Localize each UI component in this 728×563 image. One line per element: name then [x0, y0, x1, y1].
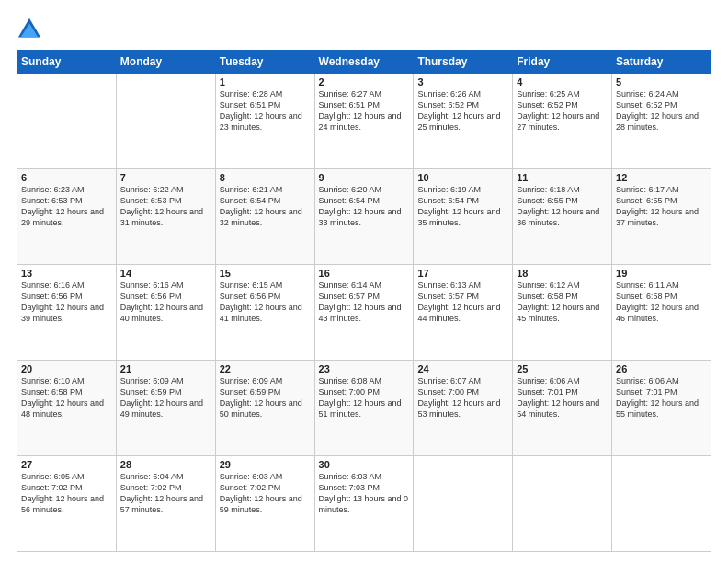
day-info: Sunrise: 6:24 AMSunset: 6:52 PMDaylight:… — [616, 89, 699, 132]
day-number: 24 — [417, 363, 508, 374]
calendar-week-1: 1Sunrise: 6:28 AMSunset: 6:51 PMDaylight… — [17, 74, 711, 169]
calendar-cell: 7Sunrise: 6:22 AMSunset: 6:53 PMDaylight… — [116, 169, 215, 265]
calendar-cell: 24Sunrise: 6:07 AMSunset: 7:00 PMDayligh… — [414, 361, 513, 456]
day-number: 3 — [417, 76, 508, 87]
calendar-cell: 30Sunrise: 6:03 AMSunset: 7:03 PMDayligh… — [314, 456, 414, 552]
calendar-cell: 8Sunrise: 6:21 AMSunset: 6:54 PMDaylight… — [215, 169, 314, 265]
day-info: Sunrise: 6:16 AMSunset: 6:56 PMDaylight:… — [21, 281, 104, 323]
day-number: 14 — [120, 268, 211, 279]
day-number: 11 — [517, 172, 608, 183]
day-info: Sunrise: 6:03 AMSunset: 7:02 PMDaylight:… — [220, 472, 302, 514]
day-header-thursday: Thursday — [414, 51, 513, 74]
day-info: Sunrise: 6:07 AMSunset: 7:00 PMDaylight:… — [417, 376, 500, 419]
day-header-wednesday: Wednesday — [314, 51, 414, 74]
day-number: 1 — [220, 76, 311, 87]
day-header-friday: Friday — [513, 51, 612, 74]
day-info: Sunrise: 6:11 AMSunset: 6:58 PMDaylight:… — [616, 281, 699, 323]
logo-icon — [17, 17, 42, 42]
day-number: 23 — [319, 363, 410, 374]
day-number: 13 — [21, 268, 112, 279]
day-info: Sunrise: 6:04 AMSunset: 7:02 PMDaylight:… — [120, 472, 203, 514]
day-info: Sunrise: 6:16 AMSunset: 6:56 PMDaylight:… — [120, 281, 203, 323]
day-info: Sunrise: 6:13 AMSunset: 6:57 PMDaylight:… — [417, 281, 500, 323]
day-info: Sunrise: 6:09 AMSunset: 6:59 PMDaylight:… — [120, 376, 203, 419]
day-info: Sunrise: 6:06 AMSunset: 7:01 PMDaylight:… — [517, 376, 599, 419]
day-number: 10 — [417, 172, 508, 183]
calendar-cell: 11Sunrise: 6:18 AMSunset: 6:55 PMDayligh… — [513, 169, 612, 265]
day-number: 16 — [319, 268, 410, 279]
header — [17, 17, 711, 42]
day-info: Sunrise: 6:12 AMSunset: 6:58 PMDaylight:… — [517, 281, 599, 323]
day-number: 4 — [517, 76, 608, 87]
day-info: Sunrise: 6:23 AMSunset: 6:53 PMDaylight:… — [21, 185, 104, 227]
calendar-cell: 10Sunrise: 6:19 AMSunset: 6:54 PMDayligh… — [414, 169, 513, 265]
calendar-cell: 9Sunrise: 6:20 AMSunset: 6:54 PMDaylight… — [314, 169, 414, 265]
day-info: Sunrise: 6:15 AMSunset: 6:56 PMDaylight:… — [220, 281, 302, 323]
day-number: 20 — [21, 363, 112, 374]
calendar-table: SundayMondayTuesdayWednesdayThursdayFrid… — [17, 50, 711, 552]
day-info: Sunrise: 6:06 AMSunset: 7:01 PMDaylight:… — [616, 376, 699, 419]
calendar-cell — [17, 74, 117, 169]
day-number: 2 — [319, 76, 410, 87]
calendar-cell: 14Sunrise: 6:16 AMSunset: 6:56 PMDayligh… — [116, 265, 215, 361]
calendar-cell: 21Sunrise: 6:09 AMSunset: 6:59 PMDayligh… — [116, 361, 215, 456]
day-number: 8 — [220, 172, 311, 183]
day-header-saturday: Saturday — [612, 51, 711, 74]
day-info: Sunrise: 6:03 AMSunset: 7:03 PMDaylight:… — [319, 472, 409, 514]
day-info: Sunrise: 6:08 AMSunset: 7:00 PMDaylight:… — [319, 376, 402, 419]
day-number: 19 — [616, 268, 707, 279]
calendar-cell: 16Sunrise: 6:14 AMSunset: 6:57 PMDayligh… — [314, 265, 414, 361]
day-info: Sunrise: 6:18 AMSunset: 6:55 PMDaylight:… — [517, 185, 599, 227]
calendar-cell: 17Sunrise: 6:13 AMSunset: 6:57 PMDayligh… — [414, 265, 513, 361]
calendar-cell: 22Sunrise: 6:09 AMSunset: 6:59 PMDayligh… — [215, 361, 314, 456]
day-info: Sunrise: 6:20 AMSunset: 6:54 PMDaylight:… — [319, 185, 402, 227]
calendar-cell: 27Sunrise: 6:05 AMSunset: 7:02 PMDayligh… — [17, 456, 117, 552]
day-header-monday: Monday — [116, 51, 215, 74]
day-number: 28 — [120, 459, 211, 470]
calendar-cell: 28Sunrise: 6:04 AMSunset: 7:02 PMDayligh… — [116, 456, 215, 552]
calendar-cell: 25Sunrise: 6:06 AMSunset: 7:01 PMDayligh… — [513, 361, 612, 456]
calendar-cell: 19Sunrise: 6:11 AMSunset: 6:58 PMDayligh… — [612, 265, 711, 361]
day-info: Sunrise: 6:10 AMSunset: 6:58 PMDaylight:… — [21, 376, 104, 419]
calendar-cell: 2Sunrise: 6:27 AMSunset: 6:51 PMDaylight… — [314, 74, 414, 169]
calendar-week-2: 6Sunrise: 6:23 AMSunset: 6:53 PMDaylight… — [17, 169, 711, 265]
day-number: 18 — [517, 268, 608, 279]
calendar-cell: 3Sunrise: 6:26 AMSunset: 6:52 PMDaylight… — [414, 74, 513, 169]
day-info: Sunrise: 6:26 AMSunset: 6:52 PMDaylight:… — [417, 89, 500, 132]
day-info: Sunrise: 6:27 AMSunset: 6:51 PMDaylight:… — [319, 89, 402, 132]
day-info: Sunrise: 6:19 AMSunset: 6:54 PMDaylight:… — [417, 185, 500, 227]
day-number: 9 — [319, 172, 410, 183]
day-number: 30 — [319, 459, 410, 470]
calendar-cell: 1Sunrise: 6:28 AMSunset: 6:51 PMDaylight… — [215, 74, 314, 169]
day-number: 22 — [220, 363, 311, 374]
calendar-cell: 12Sunrise: 6:17 AMSunset: 6:55 PMDayligh… — [612, 169, 711, 265]
day-number: 21 — [120, 363, 211, 374]
calendar-cell: 23Sunrise: 6:08 AMSunset: 7:00 PMDayligh… — [314, 361, 414, 456]
calendar-cell — [414, 456, 513, 552]
calendar-week-3: 13Sunrise: 6:16 AMSunset: 6:56 PMDayligh… — [17, 265, 711, 361]
calendar-cell: 26Sunrise: 6:06 AMSunset: 7:01 PMDayligh… — [612, 361, 711, 456]
calendar-cell: 6Sunrise: 6:23 AMSunset: 6:53 PMDaylight… — [17, 169, 117, 265]
day-number: 15 — [220, 268, 311, 279]
day-number: 7 — [120, 172, 211, 183]
calendar-cell — [116, 74, 215, 169]
day-info: Sunrise: 6:17 AMSunset: 6:55 PMDaylight:… — [616, 185, 699, 227]
calendar-cell: 15Sunrise: 6:15 AMSunset: 6:56 PMDayligh… — [215, 265, 314, 361]
day-number: 17 — [417, 268, 508, 279]
calendar-cell — [612, 456, 711, 552]
calendar-week-5: 27Sunrise: 6:05 AMSunset: 7:02 PMDayligh… — [17, 456, 711, 552]
day-info: Sunrise: 6:05 AMSunset: 7:02 PMDaylight:… — [21, 472, 104, 514]
day-number: 6 — [21, 172, 112, 183]
day-info: Sunrise: 6:09 AMSunset: 6:59 PMDaylight:… — [220, 376, 302, 419]
calendar-week-4: 20Sunrise: 6:10 AMSunset: 6:58 PMDayligh… — [17, 361, 711, 456]
calendar-cell: 4Sunrise: 6:25 AMSunset: 6:52 PMDaylight… — [513, 74, 612, 169]
calendar-cell: 5Sunrise: 6:24 AMSunset: 6:52 PMDaylight… — [612, 74, 711, 169]
page: SundayMondayTuesdayWednesdayThursdayFrid… — [0, 0, 728, 563]
calendar-cell — [513, 456, 612, 552]
day-header-sunday: Sunday — [17, 51, 117, 74]
day-info: Sunrise: 6:28 AMSunset: 6:51 PMDaylight:… — [220, 89, 302, 132]
day-number: 5 — [616, 76, 707, 87]
calendar-header-row: SundayMondayTuesdayWednesdayThursdayFrid… — [17, 51, 711, 74]
day-number: 27 — [21, 459, 112, 470]
day-header-tuesday: Tuesday — [215, 51, 314, 74]
